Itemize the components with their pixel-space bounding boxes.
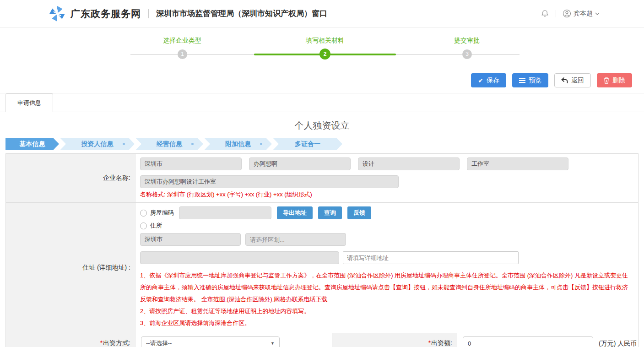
brand-pinwheel-icon [49, 5, 66, 22]
preview-button[interactable]: 预览 [512, 73, 548, 87]
name-part-industry-input [358, 157, 460, 170]
tab-additional-info[interactable]: 附加信息 [204, 138, 272, 150]
step-label-choose-type: 选择企业类型 [163, 37, 201, 45]
grid-office-phone-link[interactable]: 全市范围 (深汕合作区除外) 网格办联系电话下载 [201, 296, 328, 303]
address-notes: 1、依据《深圳市应用统一地址库加强商事登记与监管工作方案》，在全市范围 (深汕合… [140, 270, 633, 329]
export-address-button[interactable]: 导出地址 [277, 206, 313, 219]
house-code-input [179, 206, 271, 219]
address-note-3: 3、前海企业区属请选择前海深港合作区。 [140, 317, 633, 329]
address-city-input [140, 233, 241, 246]
step-dot-2: 2 [319, 49, 330, 60]
select-caret-icon: ▼ [271, 341, 275, 346]
save-button[interactable]: ✔ 保存 [471, 73, 506, 87]
form-title: 个人独资设立 [0, 119, 644, 132]
list-icon [519, 78, 525, 83]
capital-amount-input[interactable] [463, 336, 593, 347]
tab-application-info[interactable]: 申请信息 [5, 93, 53, 112]
header: 广东政务服务网 深圳市市场监督管理局（深圳市知识产权局）窗口 龚本超 [0, 0, 644, 27]
user-menu[interactable]: 龚本超 [563, 9, 600, 18]
user-name: 龚本超 [574, 10, 593, 18]
full-name-input [140, 175, 399, 188]
chevron-down-icon [595, 12, 600, 15]
check-icon: ✔ [478, 77, 483, 84]
name-part-brand-input [249, 157, 351, 170]
back-arrow-icon [561, 77, 568, 83]
window-title: 深圳市市场监督管理局（深圳市知识产权局）窗口 [156, 8, 327, 19]
house-code-radio[interactable] [140, 210, 147, 217]
address-label: 住址 (详细地址) : [6, 203, 135, 333]
house-code-radio-label: 房屋编码 [150, 209, 174, 217]
capital-method-label: * 出资方式: [6, 333, 135, 347]
tab-basic-info[interactable]: 基本信息 [5, 138, 59, 150]
name-format-hint: 名称格式: 深圳市 (行政区划) +xx (字号) +xx (行业) +xx (… [140, 190, 633, 199]
header-right-divider [556, 10, 556, 17]
tab-multi-cert[interactable]: 多证合一 [273, 138, 342, 150]
capital-amount-label: * 出资额: [332, 333, 457, 347]
query-button[interactable]: 查询 [318, 206, 342, 219]
page-tabs: 申请信息 [0, 93, 644, 112]
name-part-city-input [140, 157, 242, 170]
address-preview-input [140, 251, 339, 264]
detail-address-input[interactable] [343, 251, 519, 264]
capital-method-select[interactable]: --请选择-- ▼ [141, 336, 280, 347]
capital-method-selected-value: --请选择-- [146, 339, 172, 347]
district-select [245, 233, 346, 246]
address-note-2: 2、请按照房产证、租赁凭证等场地使用证明上的地址内容填写。 [140, 305, 633, 317]
feedback-button[interactable]: 反馈 [347, 206, 371, 219]
tab-business-info[interactable]: 经营信息 [135, 138, 203, 150]
enterprise-name-row: 企业名称: 名称格式: 深圳市 (行政区划) +xx (字号) +xx (行业)… [6, 154, 638, 203]
basic-info-form: 企业名称: 名称格式: 深圳市 (行政区划) +xx (字号) +xx (行业)… [5, 153, 639, 347]
brand-title: 广东政务服务网 [70, 7, 141, 20]
bell-icon[interactable] [541, 9, 549, 18]
enterprise-name-label: 企业名称: [6, 154, 135, 202]
step-label-submit-approval: 提交审批 [454, 37, 480, 45]
name-part-org-input [467, 157, 568, 170]
tab-investor-info[interactable]: 投资人信息 [60, 138, 135, 150]
back-button[interactable]: 返回 [554, 73, 591, 87]
capital-row: * 出资方式: --请选择-- ▼ * 出资额: (万元) 人民币 [6, 333, 638, 347]
residence-radio[interactable] [140, 222, 147, 229]
step-label-fill-materials: 填写相关材料 [306, 37, 344, 45]
capital-amount-unit: (万元) 人民币 [599, 336, 637, 347]
residence-radio-label: 住所 [150, 222, 162, 230]
section-nav: 基本信息 投资人信息 经营信息 附加信息 多证合一 [5, 138, 639, 150]
address-row: 住址 (详细地址) : 房屋编码 导出地址 查询 反馈 住所 [6, 203, 638, 333]
step-dot-3: 3 [462, 49, 472, 59]
user-avatar-icon [563, 9, 571, 18]
header-divider [148, 9, 149, 18]
step-dot-1: 1 [178, 49, 187, 59]
trash-icon [604, 77, 609, 84]
progress-stepper: 选择企业类型 填写相关材料 提交审批 1 2 3 [0, 33, 644, 65]
required-asterisk: * [428, 339, 431, 347]
toolbar: ✔ 保存 预览 返回 删除 [0, 65, 644, 93]
required-asterisk: * [100, 339, 103, 347]
delete-button[interactable]: 删除 [597, 73, 632, 87]
